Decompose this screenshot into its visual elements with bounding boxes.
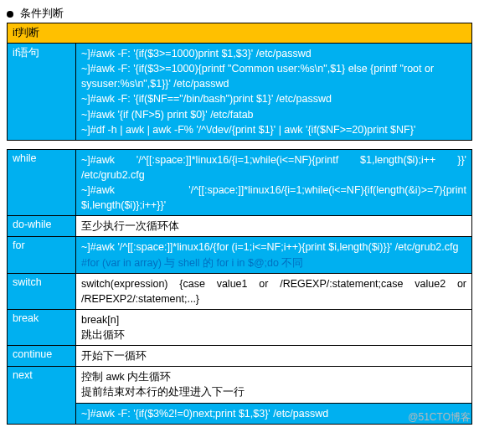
for-label: for — [8, 237, 76, 273]
code-line: ~]#awk '/^[[:space:]]*linux16/{i=1;while… — [81, 183, 466, 213]
code-line: ~]#awk '/^[[:space:]]*linux16/{for (i=1;… — [81, 239, 466, 255]
text-line: 提前结束对本行的处理进入下一行 — [81, 384, 466, 399]
while-body: ~]#awk '/^[[:space:]]*linux16/{i=1;while… — [76, 149, 472, 216]
row-for: for ~]#awk '/^[[:space:]]*linux16/{for (… — [8, 237, 472, 273]
section-heading: 条件判断 — [7, 7, 472, 21]
code-line: ~]#awk -F: '{if($3%2!=0)next;print $1,$3… — [81, 406, 466, 421]
code-line: break[n] — [81, 312, 466, 327]
for-body: ~]#awk '/^[[:space:]]*linux16/{for (i=1;… — [76, 237, 472, 273]
heading-text: 条件判断 — [20, 7, 64, 21]
text-line: 控制 awk 内生循环 — [81, 369, 466, 384]
row-continue: continue 开始下一循环 — [8, 346, 472, 367]
break-label: break — [8, 309, 76, 345]
next-label: next — [8, 367, 76, 424]
row-next-2: ~]#awk -F: '{if($3%2!=0)next;print $1,$3… — [8, 403, 472, 424]
dowhile-label: do-while — [8, 216, 76, 237]
table-if: if判断 if语句 ~]#awk -F: '{if($3>=1000)print… — [7, 23, 472, 141]
break-body: break[n] 跳出循环 — [76, 309, 472, 345]
code-line: ~]#awk '/^[[:space:]]*linux16/{i=1;while… — [81, 152, 466, 183]
switch-body: switch(expression) {case value1 or /REGE… — [76, 273, 472, 309]
if-body: ~]#awk -F: '{if($3>=1000)print $1,$3}' /… — [76, 44, 472, 141]
row-break: break break[n] 跳出循环 — [8, 309, 472, 345]
text-line: 跳出循环 — [81, 327, 466, 342]
for-note: #for (var in array) 与 shell 的 for i in $… — [81, 255, 466, 270]
continue-label: continue — [8, 346, 76, 367]
text-line: 开始下一循环 — [81, 348, 466, 363]
continue-body: 开始下一循环 — [76, 346, 472, 367]
code-line: ~]#awk -F: '{if($3>=1000){printf "Common… — [81, 61, 466, 91]
next-code: ~]#awk -F: '{if($3%2!=0)next;print $1,$3… — [76, 403, 472, 424]
if-label: if语句 — [8, 44, 76, 141]
code-line: ~]#awk '{if (NF>5) print $0}' /etc/fatab — [81, 107, 466, 122]
code-line: ~]#awk -F: '{if($NF=="/bin/bash")print $… — [81, 91, 466, 106]
next-body: 控制 awk 内生循环 提前结束对本行的处理进入下一行 — [76, 367, 472, 403]
code-line: ~]#awk -F: '{if($3>=1000)print $1,$3}' /… — [81, 46, 466, 61]
table-loops: while ~]#awk '/^[[:space:]]*linux16/{i=1… — [7, 149, 472, 425]
if-header: if判断 — [8, 23, 472, 44]
while-label: while — [8, 149, 76, 216]
code-line: ~]#df -h | awk | awk -F% '/^\/dev/{print… — [81, 122, 466, 137]
dowhile-body: 至少执行一次循环体 — [76, 216, 472, 237]
text-line: 至少执行一次循环体 — [81, 219, 466, 234]
row-while: while ~]#awk '/^[[:space:]]*linux16/{i=1… — [8, 149, 472, 216]
bullet-icon — [7, 11, 13, 18]
row-next-1: next 控制 awk 内生循环 提前结束对本行的处理进入下一行 — [8, 367, 472, 403]
switch-label: switch — [8, 273, 76, 309]
row-dowhile: do-while 至少执行一次循环体 — [8, 216, 472, 237]
code-line: switch(expression) {case value1 or /REGE… — [81, 276, 466, 306]
row-switch: switch switch(expression) {case value1 o… — [8, 273, 472, 309]
